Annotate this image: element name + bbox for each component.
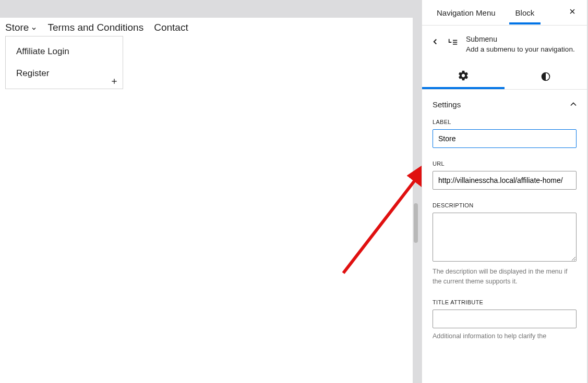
submenu-block-icon <box>447 37 459 51</box>
submenu-dropdown: Affiliate Login Register <box>5 36 123 89</box>
description-help-text: The description will be displayed in the… <box>433 267 577 287</box>
title-attribute-help-text: Additional information to help clarify t… <box>433 331 577 341</box>
settings-panel-body: Label URL Description The description wi… <box>422 119 587 341</box>
description-field-label: Description <box>433 202 577 208</box>
settings-tab[interactable] <box>422 64 505 89</box>
styles-tab[interactable] <box>505 64 587 89</box>
url-field-group: URL <box>433 160 577 190</box>
scroll-indicator[interactable] <box>414 203 418 243</box>
block-title: Submenu <box>466 35 575 43</box>
nav-item-label: Store <box>5 22 29 33</box>
title-attribute-field-label: Title Attribute <box>433 299 577 305</box>
url-field-label: URL <box>433 160 577 167</box>
gear-icon <box>458 70 469 81</box>
chevron-down-icon <box>31 26 37 32</box>
title-attribute-input[interactable] <box>433 310 577 328</box>
submenu-icon <box>447 37 459 48</box>
block-description: Add a submenu to your navigation. <box>466 44 575 55</box>
url-input[interactable] <box>433 171 577 190</box>
description-textarea[interactable] <box>433 213 577 262</box>
block-info-header: Submenu Add a submenu to your navigation… <box>422 26 587 64</box>
settings-panel-header[interactable]: Settings <box>422 90 587 119</box>
settings-sidebar: Navigation Menu Block Submenu Add a subm… <box>422 0 587 383</box>
plus-icon <box>110 77 118 85</box>
navigation-bar: Store Terms and Conditions Contact <box>0 18 413 38</box>
nav-item-store[interactable]: Store <box>5 22 37 33</box>
content-canvas: Store Terms and Conditions Contact Affil… <box>0 18 413 383</box>
description-field-group: Description The description will be disp… <box>433 202 577 287</box>
nav-item-label: Contact <box>154 22 188 33</box>
add-submenu-item-button[interactable] <box>109 76 119 87</box>
title-attribute-field-group: Title Attribute Additional information t… <box>433 299 577 341</box>
back-button[interactable] <box>430 37 440 48</box>
settings-header-title: Settings <box>433 100 461 109</box>
label-field-label: Label <box>433 119 577 125</box>
close-icon <box>568 7 577 16</box>
nav-item-terms[interactable]: Terms and Conditions <box>47 22 143 33</box>
label-field-group: Label <box>433 119 577 148</box>
submenu-item-affiliate-login[interactable]: Affiliate Login <box>6 41 123 63</box>
chevron-left-icon <box>430 37 440 46</box>
chevron-up-icon <box>568 99 579 109</box>
nav-item-label: Terms and Conditions <box>47 22 143 33</box>
label-input[interactable] <box>433 129 577 148</box>
tab-block[interactable]: Block <box>509 1 541 24</box>
half-circle-icon <box>541 71 551 82</box>
tab-navigation-menu[interactable]: Navigation Menu <box>430 1 502 24</box>
close-sidebar-button[interactable] <box>568 7 577 18</box>
submenu-item-register[interactable]: Register <box>6 63 123 84</box>
settings-style-tabs <box>422 64 587 90</box>
main-editing-area: Store Terms and Conditions Contact Affil… <box>0 0 422 383</box>
nav-item-contact[interactable]: Contact <box>154 22 188 33</box>
sidebar-tabs: Navigation Menu Block <box>422 0 587 26</box>
